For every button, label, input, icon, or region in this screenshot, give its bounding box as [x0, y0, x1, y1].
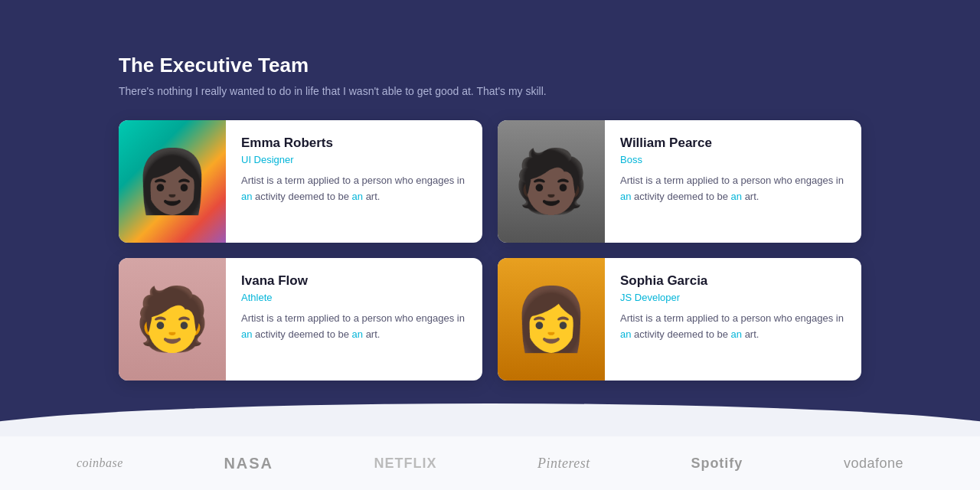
brand-pinterest: Pinterest — [537, 456, 590, 472]
sophia-photo-bg — [498, 258, 605, 381]
sophia-desc-highlight2: an — [731, 328, 742, 340]
brands-bar: coinbase NASA NETFLIX Pinterest Spotify … — [0, 436, 980, 490]
sophia-desc-highlight: an — [620, 328, 631, 340]
card-photo-ivana — [119, 258, 226, 381]
card-photo-sophia — [498, 258, 605, 381]
brand-spotify: Spotify — [691, 456, 743, 472]
emma-desc-highlight2: an — [352, 191, 363, 202]
william-name: William Pearce — [620, 136, 846, 151]
ivana-desc: Artist is a term applied to a person who… — [241, 311, 467, 343]
sophia-desc: Artist is a term applied to a person who… — [620, 311, 846, 343]
ivana-role: Athlete — [241, 292, 467, 303]
card-photo-william — [498, 120, 605, 243]
team-card-emma: Emma Roberts UI Designer Artist is a ter… — [119, 120, 482, 243]
william-desc-highlight2: an — [731, 191, 742, 202]
william-role: Boss — [620, 154, 846, 165]
william-desc-highlight: an — [620, 191, 631, 202]
team-grid: Emma Roberts UI Designer Artist is a ter… — [119, 120, 861, 381]
emma-desc-highlight: an — [241, 191, 252, 202]
team-card-ivana: Ivana Flow Athlete Artist is a term appl… — [119, 258, 482, 381]
ivana-desc-highlight: an — [241, 328, 252, 340]
emma-card-content: Emma Roberts UI Designer Artist is a ter… — [226, 120, 482, 243]
brand-netflix: NETFLIX — [374, 456, 437, 472]
emma-desc: Artist is a term applied to a person who… — [241, 173, 467, 205]
william-card-content: William Pearce Boss Artist is a term app… — [605, 120, 861, 243]
emma-name: Emma Roberts — [241, 136, 467, 151]
william-photo-bg — [498, 120, 605, 243]
card-photo-emma — [119, 120, 226, 243]
ivana-name: Ivana Flow — [241, 273, 467, 289]
sophia-card-content: Sophia Garcia JS Developer Artist is a t… — [605, 258, 861, 381]
sophia-name: Sophia Garcia — [620, 273, 846, 289]
ivana-photo-bg — [119, 258, 226, 381]
emma-role: UI Designer — [241, 154, 467, 165]
sophia-role: JS Developer — [620, 292, 846, 303]
ivana-desc-highlight2: an — [352, 328, 363, 340]
brand-coinbase: coinbase — [77, 456, 123, 470]
william-desc: Artist is a term applied to a person who… — [620, 173, 846, 205]
section-title: The Executive Team — [119, 54, 861, 77]
section-subtitle: There's nothing I really wanted to do in… — [119, 85, 861, 97]
brand-nasa: NASA — [224, 455, 273, 472]
brand-vodafone: vodafone — [844, 456, 903, 472]
team-card-william: William Pearce Boss Artist is a term app… — [498, 120, 861, 243]
ivana-card-content: Ivana Flow Athlete Artist is a term appl… — [226, 258, 482, 381]
page-wrapper: The Executive Team There's nothing I rea… — [0, 0, 980, 490]
hero-section: The Executive Team There's nothing I rea… — [0, 0, 980, 434]
team-card-sophia: Sophia Garcia JS Developer Artist is a t… — [498, 258, 861, 381]
emma-photo-bg — [119, 120, 226, 243]
